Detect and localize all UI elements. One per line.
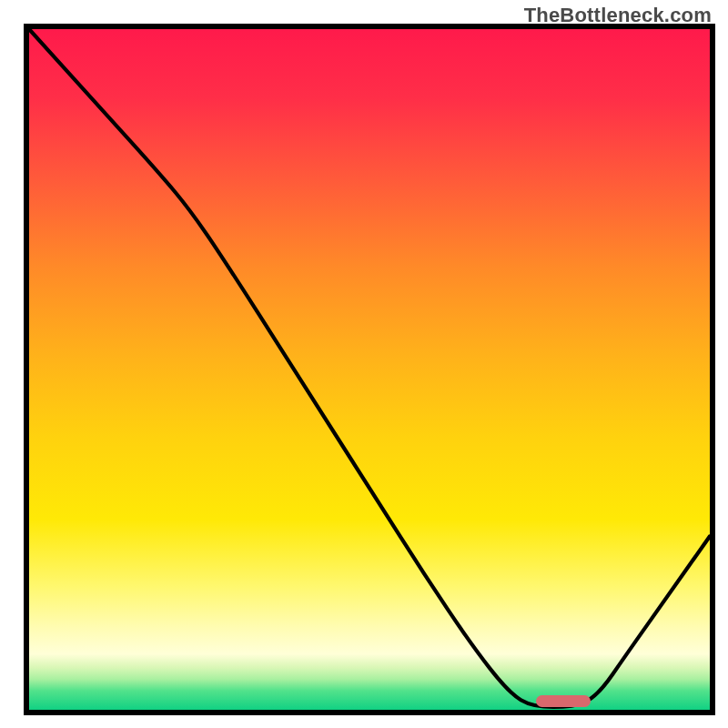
chart-plot-area: [24, 24, 715, 715]
bottleneck-curve: [29, 29, 710, 707]
chart-stage: TheBottleneck.com: [0, 0, 728, 728]
optimum-marker-icon: [536, 695, 591, 707]
curve-layer: [29, 29, 710, 710]
